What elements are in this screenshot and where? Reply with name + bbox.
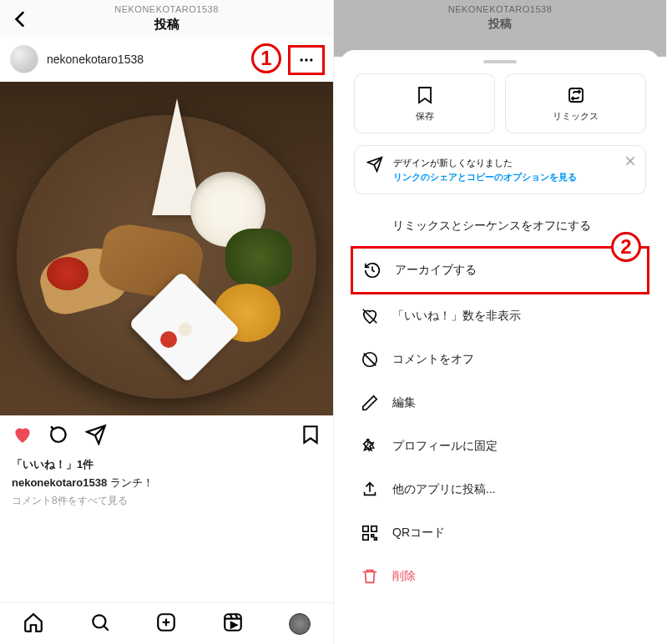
post-actions	[0, 415, 333, 457]
like-button[interactable]	[12, 424, 33, 449]
notice-text: デザインが新しくなりました リンクのシェアとコピーのオプションを見る	[393, 156, 577, 184]
header-username: NEKONEKOTARO1538	[0, 4, 333, 14]
svg-point-2	[310, 58, 312, 61]
notice-line1: デザインが新しくなりました	[393, 156, 577, 170]
post-image[interactable]	[0, 82, 333, 415]
menu-delete[interactable]: 削除	[341, 555, 659, 598]
svg-point-1	[305, 58, 307, 61]
svg-rect-21	[363, 535, 368, 540]
tab-search[interactable]	[89, 611, 111, 636]
bookmark-button[interactable]	[300, 424, 321, 449]
tab-bar	[0, 602, 333, 644]
tab-home[interactable]	[23, 611, 44, 636]
heart-off-icon	[361, 307, 379, 325]
header-title: 投稿	[154, 17, 179, 33]
avatar[interactable]	[10, 45, 38, 73]
comment-off-icon	[361, 350, 379, 369]
menu-share-other-label: 他のアプリに投稿...	[392, 482, 496, 497]
menu-remix-off-label: リミックスとシーケンスをオフにする	[392, 219, 591, 234]
tab-reels[interactable]	[222, 611, 244, 636]
header: NEKONEKOTARO1538 投稿	[0, 0, 333, 37]
svg-rect-23	[375, 538, 377, 541]
menu-archive-label: アーカイブする	[395, 263, 477, 278]
phone-right: NEKONEKOTARO1538 投稿 保存 リミックス デザインが新しくなりま…	[333, 0, 666, 644]
trash-icon	[361, 567, 379, 586]
post-user-row: nekonekotaro1538	[0, 37, 333, 82]
edit-icon	[361, 394, 379, 412]
menu-pin[interactable]: プロフィールに固定	[341, 425, 659, 468]
post-caption: nekonekotaro1538 ランチ！	[0, 475, 333, 494]
caption-username[interactable]: nekonekotaro1538	[12, 476, 107, 489]
design-notice[interactable]: デザインが新しくなりました リンクのシェアとコピーのオプションを見る	[354, 145, 646, 194]
send-icon	[366, 156, 383, 173]
svg-rect-13	[569, 88, 583, 102]
post-username[interactable]: nekonekotaro1538	[47, 53, 144, 66]
annotation-2: 2	[611, 232, 641, 262]
menu-archive[interactable]: アーカイブする	[351, 246, 649, 294]
svg-rect-19	[363, 526, 368, 531]
save-label: 保存	[416, 110, 434, 123]
svg-rect-20	[371, 526, 376, 531]
share-button[interactable]	[85, 424, 107, 449]
sheet-top-actions: 保存 リミックス	[341, 73, 659, 145]
menu-qr[interactable]: QRコード	[341, 511, 659, 555]
menu-hide-likes-label: 「いいね！」数を非表示	[392, 309, 521, 324]
caption-text: ランチ！	[110, 476, 154, 489]
comment-button[interactable]	[48, 424, 70, 449]
sheet-drag-handle[interactable]	[483, 60, 517, 63]
menu-edit[interactable]: 編集	[341, 381, 659, 425]
menu-share-other[interactable]: 他のアプリに投稿...	[341, 468, 659, 511]
qr-icon	[361, 524, 379, 542]
menu-delete-label: 削除	[392, 569, 416, 584]
phone-left: NEKONEKOTARO1538 投稿 nekonekotaro1538 1	[0, 0, 333, 644]
tab-profile[interactable]	[289, 613, 311, 635]
menu-edit-label: 編集	[392, 395, 416, 410]
annotation-1: 1	[251, 43, 281, 73]
menu-comments-off-label: コメントをオフ	[392, 352, 474, 367]
dimmed-header: NEKONEKOTARO1538 投稿	[334, 0, 666, 37]
tab-create[interactable]	[155, 611, 177, 636]
pin-icon	[361, 437, 379, 455]
menu-qr-label: QRコード	[392, 526, 445, 541]
svg-marker-12	[231, 622, 237, 628]
more-options-button[interactable]	[288, 45, 325, 75]
close-icon[interactable]	[624, 154, 637, 171]
svg-point-3	[93, 615, 105, 627]
action-sheet: 保存 リミックス デザインが新しくなりました リンクのシェアとコピーのオプション…	[341, 50, 659, 644]
remix-label: リミックス	[553, 110, 599, 123]
save-button[interactable]: 保存	[354, 73, 495, 133]
svg-rect-22	[371, 535, 374, 537]
dimmed-header-username: NEKONEKOTARO1538	[334, 4, 666, 14]
svg-point-0	[301, 58, 303, 61]
svg-line-4	[104, 626, 108, 630]
remix-button[interactable]: リミックス	[505, 73, 646, 133]
dimmed-header-title: 投稿	[488, 17, 512, 32]
menu-pin-label: プロフィールに固定	[392, 439, 498, 454]
view-comments-link[interactable]: コメント8件をすべて見る	[0, 494, 333, 515]
svg-line-18	[364, 354, 376, 366]
menu-hide-likes[interactable]: 「いいね！」数を非表示	[341, 294, 659, 338]
share-icon	[361, 480, 379, 499]
history-icon	[363, 261, 382, 279]
likes-count[interactable]: 「いいね！」1件	[0, 457, 333, 475]
notice-link[interactable]: リンクのシェアとコピーのオプションを見る	[393, 170, 577, 184]
menu-comments-off[interactable]: コメントをオフ	[341, 338, 659, 381]
